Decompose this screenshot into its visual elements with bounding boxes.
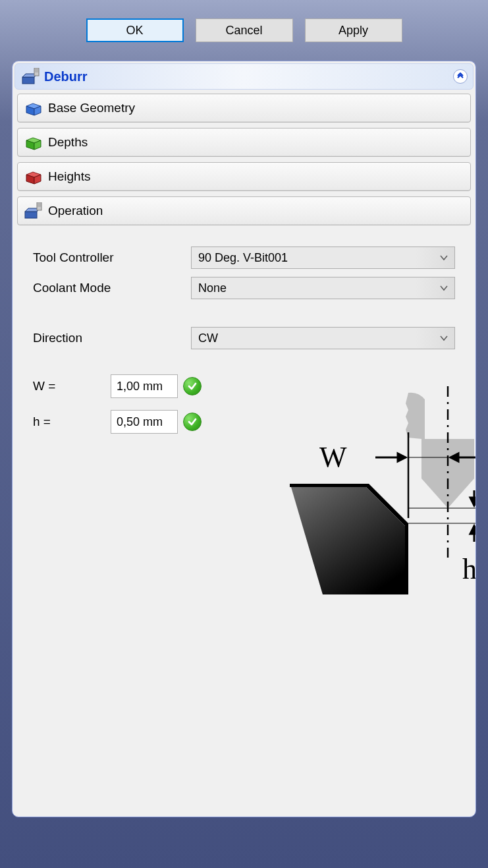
section-label: Heights xyxy=(48,169,90,184)
section-label: Depths xyxy=(48,135,88,150)
diagram-w-label: W xyxy=(319,441,347,473)
direction-combo[interactable]: CW xyxy=(191,327,455,349)
tool-controller-combo[interactable]: 90 Deg. V-Bit001 xyxy=(191,246,455,269)
check-icon xyxy=(183,413,202,431)
ok-button[interactable]: OK xyxy=(86,18,184,42)
diagram-h-label: h xyxy=(462,553,476,585)
section-depths[interactable]: Depths xyxy=(17,128,471,157)
section-list: Base Geometry Depths Heights xyxy=(14,90,474,227)
chevron-down-icon xyxy=(440,335,448,341)
apply-button[interactable]: Apply xyxy=(305,18,402,42)
combo-value: CW xyxy=(198,332,218,345)
tool-controller-label: Tool Controller xyxy=(33,250,191,265)
dialog-button-row: OK Cancel Apply xyxy=(12,12,476,61)
h-label: h = xyxy=(33,415,99,429)
direction-label: Direction xyxy=(33,331,191,345)
task-panel: Deburr Base Geometry Depths xyxy=(12,61,476,817)
section-operation[interactable]: Operation xyxy=(17,196,471,225)
collapse-icon[interactable] xyxy=(453,69,468,84)
h-input[interactable] xyxy=(111,410,178,434)
box-blue-icon xyxy=(24,100,43,117)
chamfer-diagram: W h xyxy=(283,386,476,597)
section-heights[interactable]: Heights xyxy=(17,162,471,191)
svg-rect-15 xyxy=(25,212,37,218)
operation-icon xyxy=(24,202,43,219)
coolant-mode-combo[interactable]: None xyxy=(191,277,455,299)
svg-rect-0 xyxy=(22,77,34,84)
check-icon xyxy=(183,377,202,395)
panel-title: Deburr xyxy=(44,69,449,84)
section-label: Operation xyxy=(48,204,103,218)
operation-form: Tool Controller 90 Deg. V-Bit001 Coolant… xyxy=(14,227,474,440)
w-label: W = xyxy=(33,379,99,393)
svg-marker-34 xyxy=(470,526,476,534)
box-red-icon xyxy=(24,168,43,185)
chevron-down-icon xyxy=(440,285,448,291)
chevron-down-icon xyxy=(440,254,448,261)
panel-header[interactable]: Deburr xyxy=(14,63,474,90)
box-green-icon xyxy=(24,134,43,151)
combo-value: 90 Deg. V-Bit001 xyxy=(198,251,288,265)
svg-marker-25 xyxy=(398,453,406,461)
section-base-geometry[interactable]: Base Geometry xyxy=(17,94,471,123)
combo-value: None xyxy=(198,281,227,295)
w-input[interactable] xyxy=(111,374,178,398)
cancel-button[interactable]: Cancel xyxy=(196,18,293,42)
coolant-mode-label: Coolant Mode xyxy=(33,281,191,295)
svg-marker-32 xyxy=(470,498,476,506)
deburr-icon xyxy=(22,68,40,85)
section-label: Base Geometry xyxy=(48,101,135,115)
